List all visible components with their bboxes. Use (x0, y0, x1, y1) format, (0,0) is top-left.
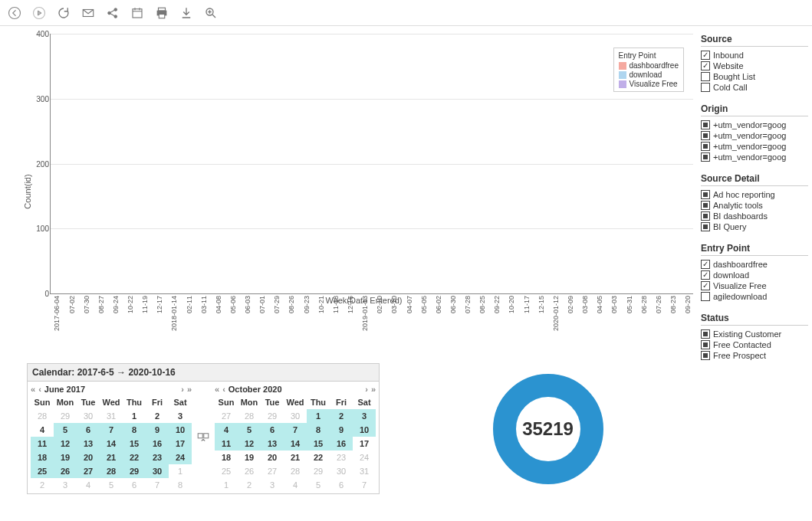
filter-item[interactable]: BI dashboards (701, 211, 808, 221)
cal-day[interactable]: 8 (169, 478, 192, 492)
cal-day[interactable]: 5 (54, 423, 77, 437)
filter-item[interactable]: +utm_vendor=goog (701, 152, 808, 162)
cal-day[interactable]: 29 (123, 464, 146, 478)
cal-day[interactable]: 7 (100, 423, 123, 437)
cal-day[interactable]: 5 (100, 478, 123, 492)
stacked-bar-chart[interactable]: Count(id) 0100200300400 Entry Point dash… (27, 34, 701, 356)
cal-day[interactable]: 19 (54, 451, 77, 464)
cal-day[interactable]: 2 (330, 409, 353, 423)
cal-day[interactable]: 2 (31, 478, 54, 492)
print-icon[interactable] (155, 6, 169, 20)
cal-day[interactable]: 8 (123, 423, 146, 437)
cal-day[interactable]: 10 (169, 423, 192, 437)
cal-day[interactable]: 25 (215, 464, 238, 478)
cal-day[interactable]: 1 (215, 478, 238, 492)
cal-day[interactable]: 11 (215, 437, 238, 451)
filter-item[interactable]: agiledownload (701, 291, 808, 302)
cal-day[interactable]: 28 (238, 409, 261, 423)
cal-day[interactable]: 4 (31, 423, 54, 437)
cal-day[interactable]: 16 (330, 437, 353, 451)
cal-next-month[interactable]: › (365, 385, 368, 394)
cal-day[interactable]: 29 (54, 409, 77, 423)
filter-item[interactable]: download (701, 270, 808, 280)
cal-day[interactable]: 12 (54, 437, 77, 451)
checkbox-icon[interactable] (701, 190, 710, 199)
checkbox-icon[interactable] (701, 131, 710, 140)
cal-day[interactable]: 24 (169, 451, 192, 464)
checkbox-icon[interactable] (701, 142, 710, 151)
cal-day[interactable]: 31 (100, 409, 123, 423)
cal-day[interactable]: 1 (307, 409, 330, 423)
cal-day[interactable]: 5 (238, 423, 261, 437)
calendar-link-icon[interactable] (195, 382, 212, 493)
checkbox-icon[interactable] (701, 351, 710, 360)
cal-day[interactable]: 18 (215, 451, 238, 464)
cal-day[interactable]: 6 (123, 478, 146, 492)
cal-next-year[interactable]: » (371, 385, 376, 394)
cal-day[interactable]: 29 (261, 409, 284, 423)
cal-day[interactable]: 29 (307, 464, 330, 478)
filter-item[interactable]: Bought List (701, 71, 808, 82)
mail-icon[interactable] (81, 6, 95, 20)
cal-day[interactable]: 7 (284, 423, 307, 437)
cal-day[interactable]: 27 (261, 464, 284, 478)
cal-day[interactable]: 30 (330, 464, 353, 478)
checkbox-icon[interactable] (701, 211, 710, 221)
cal-day[interactable]: 4 (77, 478, 100, 492)
refresh-icon[interactable] (57, 6, 71, 20)
cal-day[interactable]: 22 (123, 451, 146, 464)
cal-day[interactable]: 3 (353, 409, 376, 423)
cal-day[interactable]: 24 (353, 451, 376, 464)
cal-day[interactable]: 20 (77, 451, 100, 464)
cal-day[interactable]: 28 (284, 464, 307, 478)
cal-day[interactable]: 30 (77, 409, 100, 423)
cal-day[interactable]: 31 (353, 464, 376, 478)
filter-item[interactable]: Cold Call (701, 82, 808, 93)
filter-item[interactable]: BI Query (701, 221, 808, 232)
cal-day[interactable]: 2 (238, 478, 261, 492)
zoom-icon[interactable] (204, 6, 218, 20)
checkbox-icon[interactable] (701, 120, 710, 129)
cal-day[interactable]: 15 (307, 437, 330, 451)
cal-day[interactable]: 2 (146, 409, 169, 423)
cal-day[interactable]: 28 (31, 409, 54, 423)
checkbox-icon[interactable] (701, 72, 710, 81)
cal-day[interactable]: 12 (238, 437, 261, 451)
cal-day[interactable]: 6 (77, 423, 100, 437)
calendar-icon[interactable] (130, 6, 144, 20)
checkbox-icon[interactable] (701, 292, 710, 301)
cal-day[interactable]: 5 (307, 478, 330, 492)
cal-prev-year[interactable]: « (215, 385, 219, 394)
checkbox-icon[interactable] (701, 61, 710, 70)
filter-item[interactable]: Free Prospect (701, 350, 808, 361)
filter-item[interactable]: Ad hoc reporting (701, 189, 808, 200)
cal-day[interactable]: 4 (284, 478, 307, 492)
cal-day[interactable]: 22 (307, 451, 330, 464)
cal-day[interactable]: 4 (215, 423, 238, 437)
cal-day[interactable]: 10 (353, 423, 376, 437)
cal-next-month[interactable]: › (181, 385, 184, 394)
cal-day[interactable]: 23 (330, 451, 353, 464)
cal-day[interactable]: 13 (77, 437, 100, 451)
cal-prev-month[interactable]: ‹ (222, 385, 225, 394)
cal-day[interactable]: 28 (100, 464, 123, 478)
cal-day[interactable]: 8 (307, 423, 330, 437)
cal-next-year[interactable]: » (187, 385, 192, 394)
cal-day[interactable]: 6 (261, 423, 284, 437)
cal-day[interactable]: 6 (330, 478, 353, 492)
cal-day[interactable]: 21 (100, 451, 123, 464)
cal-day[interactable]: 23 (146, 451, 169, 464)
checkbox-icon[interactable] (701, 152, 710, 162)
cal-prev-month[interactable]: ‹ (38, 385, 41, 394)
filter-item[interactable]: +utm_vendor=goog (701, 141, 808, 152)
cal-day[interactable]: 14 (100, 437, 123, 451)
cal-day[interactable]: 19 (238, 451, 261, 464)
cal-prev-year[interactable]: « (31, 385, 35, 394)
checkbox-icon[interactable] (701, 51, 710, 60)
filter-item[interactable]: Inbound (701, 50, 808, 61)
checkbox-icon[interactable] (701, 340, 710, 349)
calendar-range-picker[interactable]: Calendar: 2017-6-5 → 2020-10-16 «‹June 2… (27, 363, 380, 494)
play-icon[interactable] (32, 6, 46, 20)
filter-item[interactable]: Existing Customer (701, 329, 808, 339)
share-icon[interactable] (106, 6, 120, 20)
